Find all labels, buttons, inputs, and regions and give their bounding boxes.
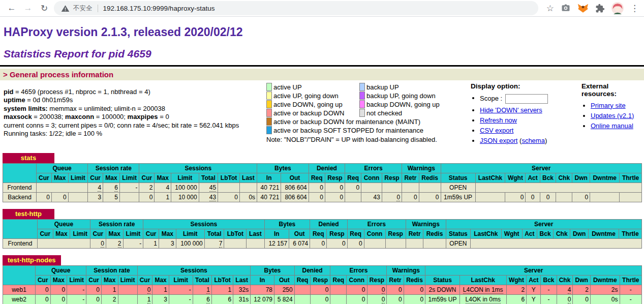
group-header-errors: Errors <box>330 266 387 276</box>
column-header: Wght <box>501 229 522 239</box>
cell: 3 <box>159 239 176 249</box>
extensions-puzzle-icon[interactable] <box>595 4 605 13</box>
menu-dots-icon[interactable]: ⋮ <box>630 3 639 14</box>
column-header: Cur <box>35 276 50 285</box>
column-header: Out <box>274 276 295 285</box>
cell: 2 <box>573 285 591 295</box>
tooltip-value: 0 <box>382 286 385 294</box>
text: ) <box>545 137 547 144</box>
cell: 1 <box>155 193 171 202</box>
column-header: Max <box>50 276 67 285</box>
link-online-manual[interactable]: Online manual <box>591 122 633 130</box>
column-header: Total <box>199 173 218 183</box>
cell: 0 <box>402 193 419 202</box>
group-header-bytes: Bytes <box>257 164 309 173</box>
toolbar-actions: ☆ ⋮ <box>541 2 639 14</box>
cell <box>423 239 446 249</box>
metamask-fox-icon[interactable] <box>577 3 589 14</box>
column-header: Limit <box>118 276 137 285</box>
column-header: Limit <box>176 229 204 239</box>
tooltip-value: 0 <box>568 296 571 303</box>
column-header: Wght <box>505 173 526 183</box>
reload-icon[interactable]: ↻ <box>38 2 51 15</box>
link-csv-export[interactable]: CSV export <box>480 127 513 134</box>
tooltip-value: 43 <box>209 194 216 201</box>
browser-toolbar: ← → ↻ 不安全 192.168.175.10:9999/haproxy-st… <box>0 0 644 17</box>
cell: 100 000 <box>176 239 204 249</box>
text: pid <box>4 88 14 96</box>
group-header-queue: Queue <box>36 164 87 173</box>
group-header-queue: Queue <box>37 220 90 229</box>
external-resources: External resources: Primary siteUpdates … <box>574 81 642 145</box>
proxy-section-test-http-nodes: test-http-nodesQueueSession rateSessions… <box>3 255 642 304</box>
column-header: Total <box>204 229 224 239</box>
group-header-session-rate: Session rate <box>90 220 143 229</box>
forward-icon[interactable]: → <box>21 2 35 15</box>
row-name: Frontend <box>3 239 38 249</box>
column-header: Max <box>53 229 70 239</box>
column-header: Max <box>101 276 118 285</box>
profile-avatar[interactable] <box>611 2 624 14</box>
link-updates-v2-1[interactable]: Updates (v2.1) <box>591 112 634 119</box>
row-name: web1 <box>3 285 36 295</box>
cell: 45 <box>199 183 218 193</box>
cell: 1 <box>152 285 169 295</box>
cell <box>475 183 641 193</box>
not-secure-warning-icon[interactable] <box>61 4 70 13</box>
link-schema[interactable]: schema <box>522 137 545 144</box>
tooltip-value: 4 <box>98 184 101 192</box>
link-refresh-now[interactable]: Refresh now <box>480 116 517 124</box>
cell: 6 074 <box>289 239 310 249</box>
cell: - <box>169 285 193 295</box>
link-json-export[interactable]: JSON export <box>480 137 517 144</box>
cell: 0 <box>35 295 50 304</box>
group-header-warnings: Warnings <box>387 266 425 276</box>
text: = 200038; <box>32 113 65 120</box>
link-primary-site[interactable]: Primary site <box>591 102 626 109</box>
column-header: Max <box>51 173 68 183</box>
legend-swatch-active-or-backup-down <box>266 109 272 117</box>
scope-input[interactable] <box>505 94 548 104</box>
group-header-session-rate: Session rate <box>88 164 139 173</box>
bookmark-star-icon[interactable]: ☆ <box>546 3 554 14</box>
column-header: Limit <box>119 173 139 183</box>
cell: 3 <box>152 295 169 304</box>
legend-label: active UP <box>272 83 359 91</box>
cell <box>419 183 441 193</box>
legend-label: active or backup DOWN for maintenance (M… <box>272 118 420 126</box>
legend-label: backup UP, going down <box>365 92 436 100</box>
camera-extension-icon[interactable] <box>561 3 571 13</box>
page-title: HAProxy version 2.1.3, released 2020/02/… <box>4 25 644 39</box>
address-bar[interactable]: 不安全 192.168.175.10:9999/haproxy-status <box>54 1 538 15</box>
column-header: Req <box>294 276 311 285</box>
column-header: Retr <box>402 173 419 183</box>
legend-label: active or backup SOFT STOPPED for mainte… <box>272 127 423 134</box>
link-hide-down-servers[interactable]: Hide 'DOWN' servers <box>480 106 542 114</box>
column-header: Cur <box>36 173 51 183</box>
text: maxpipes <box>128 113 158 120</box>
cell: L4OK in 0ms <box>459 295 506 304</box>
cell <box>471 239 642 249</box>
back-icon[interactable]: ← <box>5 2 18 15</box>
cell: 4 <box>155 183 171 193</box>
cell: 0 <box>310 239 327 249</box>
cell: 0 <box>404 285 425 295</box>
column-header: In <box>251 276 274 285</box>
column-header: Cur <box>86 276 102 285</box>
text: Running tasks: 1/22; idle = 100 % <box>4 130 102 137</box>
column-header: Last <box>239 173 257 183</box>
column-header: Req <box>330 276 347 285</box>
cell: 0 <box>526 193 540 202</box>
legend-label: active or backup DOWN <box>272 109 359 117</box>
column-header: Last <box>233 276 251 285</box>
cell: 0 <box>419 193 441 202</box>
column-header: Resp <box>311 276 330 285</box>
legend-row: active or backup DOWNnot checked <box>266 109 464 117</box>
legend-row: active DOWN, going upbackup DOWN, going … <box>266 100 464 108</box>
tooltip-value: L4CON in 1ms <box>463 286 503 294</box>
external-resources-list: Primary siteUpdates (v2.1)Online manual <box>574 100 642 131</box>
list-item: CSV export <box>480 125 574 135</box>
column-header: Max <box>155 173 171 183</box>
cell: 1 <box>101 285 118 295</box>
group-header-sessions: Sessions <box>143 220 264 229</box>
